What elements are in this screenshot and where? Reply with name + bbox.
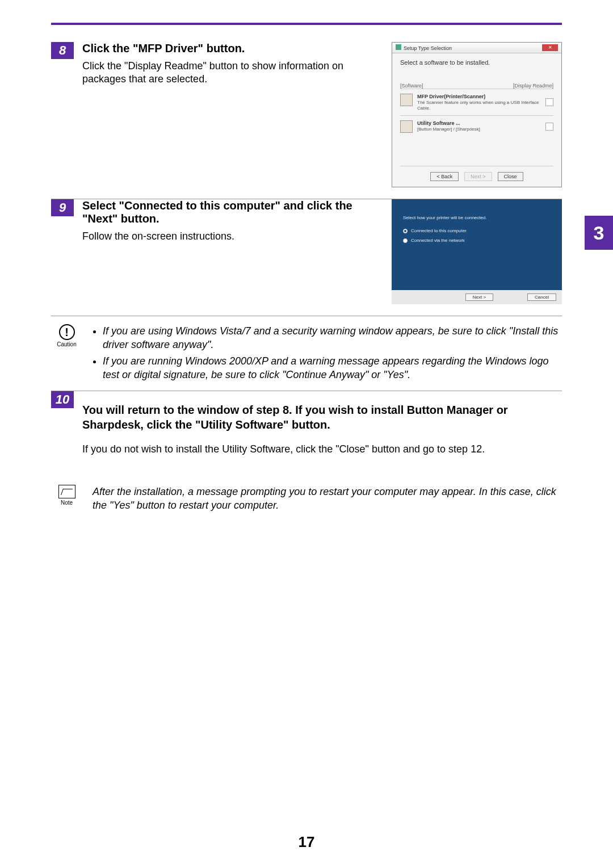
mfp-driver-title: MFP Driver(Printer/Scanner): [417, 94, 541, 99]
step-9: 9 Select "Connected to this computer" an…: [51, 199, 562, 304]
back-button[interactable]: < Back: [430, 172, 459, 181]
utility-icon: [400, 120, 413, 133]
step-9-body: Follow the on-screen instructions.: [82, 230, 380, 243]
note-text: After the installation, a message prompt…: [93, 485, 562, 513]
utility-desc: [Button Manager] / [Sharpdesk]: [417, 127, 480, 132]
step-10-body: If you do not wish to install the Utilit…: [82, 443, 562, 455]
chapter-tab: 3: [585, 216, 613, 250]
caution-label: Caution: [51, 341, 82, 347]
step-number-9: 9: [51, 199, 74, 216]
window-icon: [396, 44, 401, 50]
close-button[interactable]: Close: [498, 172, 523, 181]
caution-icon: !: [59, 324, 75, 340]
step-10: 10 You will return to the window of step…: [51, 391, 562, 466]
caution-block: ! Caution If you are using Windows Vista…: [51, 316, 562, 391]
connection-hint: Select how your printer will be connecte…: [403, 215, 551, 220]
display-readme-label[interactable]: [Display Readme]: [513, 83, 553, 89]
top-rule: [51, 23, 562, 25]
window-heading: Select a software to be installed.: [400, 59, 553, 66]
note-icon: [58, 485, 75, 498]
software-label: [Software]: [400, 83, 423, 89]
step-8-body: Click the "Display Readme" button to sho…: [82, 60, 380, 86]
arrow-icon[interactable]: [545, 98, 553, 106]
close-icon[interactable]: ✕: [542, 44, 558, 51]
connection-window: Select how your printer will be connecte…: [392, 199, 562, 304]
page-number: 17: [0, 833, 613, 851]
caution-item-2: If you are running Windows 2000/XP and a…: [103, 354, 562, 382]
mfp-driver-item[interactable]: MFP Driver(Printer/Scanner) The Scanner …: [400, 89, 553, 115]
next-button[interactable]: Next >: [465, 293, 493, 301]
printer-icon: [400, 94, 413, 106]
cancel-button[interactable]: Cancel: [527, 293, 556, 301]
setup-type-window: Setup Type Selection ✕ Select a software…: [392, 42, 562, 187]
opt2-label: Connected via the network: [411, 238, 465, 243]
step-9-title: Select "Connected to this computer" and …: [82, 199, 380, 225]
window-title: Setup Type Selection: [404, 45, 452, 51]
step-8: 8 Click the "MFP Driver" button. Click t…: [51, 42, 562, 187]
utility-title: Utility Software ...: [417, 120, 541, 126]
step-number-10: 10: [51, 391, 74, 408]
radio-selected-icon: [403, 229, 408, 233]
connected-via-network-option[interactable]: Connected via the network: [403, 238, 551, 243]
note-label: Note: [51, 500, 82, 506]
step-number-8: 8: [51, 42, 74, 59]
step-10-title: You will return to the window of step 8.…: [82, 402, 562, 432]
connected-to-computer-option[interactable]: Connected to this computer: [403, 228, 551, 233]
note-block: Note After the installation, a message p…: [51, 477, 562, 519]
opt1-label: Connected to this computer: [411, 228, 467, 233]
next-button: Next >: [464, 172, 492, 181]
utility-software-item[interactable]: Utility Software ... [Button Manager] / …: [400, 115, 553, 137]
caution-item-1: If you are using Windows Vista/7 and a s…: [103, 324, 562, 352]
mfp-driver-desc: The Scanner feature only works when usin…: [417, 100, 539, 111]
step-8-title: Click the "MFP Driver" button.: [82, 42, 380, 55]
arrow-icon[interactable]: [545, 123, 553, 131]
radio-icon: [403, 238, 408, 243]
